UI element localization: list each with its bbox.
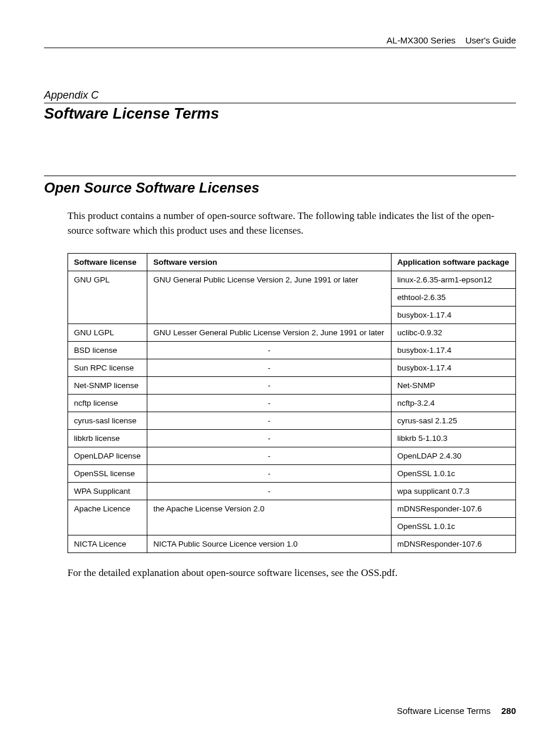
cell-license: NICTA Licence (68, 535, 147, 553)
cell-package: OpenSSL 1.0.1c (391, 465, 515, 483)
th-package: Application software package (391, 254, 515, 271)
cell-version: GNU General Public License Version 2, Ju… (147, 271, 392, 324)
cell-package: busybox-1.17.4 (391, 342, 515, 359)
table-row: BSD license-busybox-1.17.4 (68, 342, 516, 359)
cell-version: - (147, 377, 392, 395)
cell-package: busybox-1.17.4 (391, 359, 515, 377)
cell-package: Net-SNMP (391, 377, 515, 395)
cell-package: mDNSResponder-107.6 (391, 535, 515, 553)
cell-version: - (147, 483, 392, 500)
page-footer: Software License Terms 280 (397, 706, 516, 716)
cell-license: GNU LGPL (68, 324, 147, 342)
section-outro: For the detailed explanation about open-… (68, 566, 516, 581)
header-product: AL-MX300 Series (387, 35, 456, 45)
cell-package: OpenSSL 1.0.1c (391, 518, 515, 535)
cell-license: Sun RPC license (68, 359, 147, 377)
cell-package: ncftp-3.2.4 (391, 395, 515, 412)
cell-license: BSD license (68, 342, 147, 359)
cell-license: libkrb license (68, 430, 147, 447)
cell-package: uclibc-0.9.32 (391, 324, 515, 342)
table-row: Apache Licencethe Apache License Version… (68, 500, 516, 518)
table-row: libkrb license-libkrb 5-1.10.3 (68, 430, 516, 447)
section-intro: This product contains a number of open-s… (68, 209, 516, 238)
header-rule: AL-MX300 Series User's Guide (44, 35, 516, 48)
cell-license: WPA Supplicant (68, 483, 147, 500)
cell-version: - (147, 412, 392, 430)
cell-license: OpenSSL license (68, 465, 147, 483)
cell-license: GNU GPL (68, 271, 147, 324)
section-title: Open Source Software Licenses (44, 176, 516, 196)
footer-page-number: 280 (501, 706, 516, 716)
cell-package: libkrb 5-1.10.3 (391, 430, 515, 447)
th-version: Software version (147, 254, 392, 271)
section-block: Open Source Software Licenses This produ… (44, 176, 516, 581)
table-header-row: Software license Software version Applic… (68, 254, 516, 271)
appendix-heading-block: Appendix C Software License Terms (44, 89, 516, 123)
cell-version: NICTA Public Source Licence version 1.0 (147, 535, 392, 553)
appendix-title: Software License Terms (44, 105, 516, 123)
table-row: WPA Supplicant-wpa supplicant 0.7.3 (68, 483, 516, 500)
cell-version: the Apache License Version 2.0 (147, 500, 392, 535)
cell-package: ethtool-2.6.35 (391, 289, 515, 306)
cell-version: - (147, 465, 392, 483)
running-header: AL-MX300 Series User's Guide (44, 35, 516, 48)
cell-package: mDNSResponder-107.6 (391, 500, 515, 518)
table-row: GNU LGPLGNU Lesser General Public Licens… (68, 324, 516, 342)
footer-section: Software License Terms (397, 706, 491, 716)
appendix-label: Appendix C (44, 89, 516, 103)
header-doc: User's Guide (465, 35, 516, 45)
license-table: Software license Software version Applic… (68, 253, 516, 553)
table-row: ncftp license-ncftp-3.2.4 (68, 395, 516, 412)
cell-version: - (147, 447, 392, 465)
table-row: Sun RPC license-busybox-1.17.4 (68, 359, 516, 377)
table-row: Net-SNMP license-Net-SNMP (68, 377, 516, 395)
cell-package: OpenLDAP 2.4.30 (391, 447, 515, 465)
cell-package: cyrus-sasl 2.1.25 (391, 412, 515, 430)
cell-version: - (147, 342, 392, 359)
th-license: Software license (68, 254, 147, 271)
page-content: AL-MX300 Series User's Guide Appendix C … (0, 0, 560, 581)
table-row: NICTA LicenceNICTA Public Source Licence… (68, 535, 516, 553)
cell-license: ncftp license (68, 395, 147, 412)
table-row: GNU GPLGNU General Public License Versio… (68, 271, 516, 289)
table-row: OpenSSL license-OpenSSL 1.0.1c (68, 465, 516, 483)
cell-license: cyrus-sasl license (68, 412, 147, 430)
cell-version: - (147, 359, 392, 377)
cell-version: GNU Lesser General Public License Versio… (147, 324, 392, 342)
cell-license: OpenLDAP license (68, 447, 147, 465)
cell-package: linux-2.6.35-arm1-epson12 (391, 271, 515, 289)
cell-license: Apache Licence (68, 500, 147, 535)
table-row: cyrus-sasl license-cyrus-sasl 2.1.25 (68, 412, 516, 430)
cell-version: - (147, 395, 392, 412)
cell-license: Net-SNMP license (68, 377, 147, 395)
cell-version: - (147, 430, 392, 447)
table-row: OpenLDAP license-OpenLDAP 2.4.30 (68, 447, 516, 465)
cell-package: wpa supplicant 0.7.3 (391, 483, 515, 500)
cell-package: busybox-1.17.4 (391, 306, 515, 324)
